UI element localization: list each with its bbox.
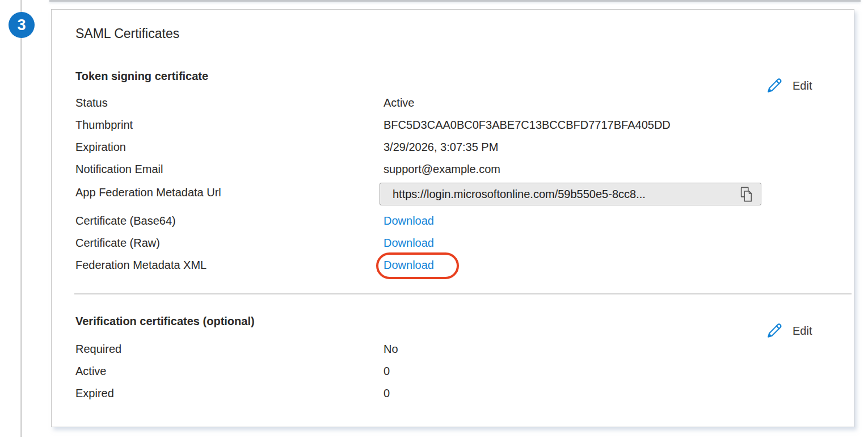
thumbprint-label: Thumbprint xyxy=(75,118,384,132)
step-number: 3 xyxy=(17,16,26,34)
active-row: Active 0 xyxy=(75,364,837,386)
status-label: Status xyxy=(75,96,384,110)
required-row: Required No xyxy=(75,342,837,364)
step-timeline-line xyxy=(20,0,22,437)
app-federation-metadata-url-label: App Federation Metadata Url xyxy=(75,186,221,200)
page: 3 SAML Certificates Token signing certif… xyxy=(0,0,868,438)
thumbprint-value: BFC5D3CAA0BC0F3ABE7C13BCCBFD7717BFA405DD xyxy=(384,118,671,132)
status-row: Status Active xyxy=(75,96,837,118)
pencil-icon xyxy=(765,77,783,95)
expired-label: Expired xyxy=(75,386,384,401)
edit-button-label: Edit xyxy=(793,325,812,338)
saml-certificates-card: SAML Certificates Token signing certific… xyxy=(51,9,854,427)
thumbprint-row: Thumbprint BFC5D3CAA0BC0F3ABE7C13BCCBFD7… xyxy=(75,118,837,140)
edit-token-signing-button[interactable]: Edit xyxy=(765,77,812,95)
card-title: SAML Certificates xyxy=(75,26,179,41)
notification-email-row: Notification Email support@example.com xyxy=(75,162,837,184)
previous-card-bottom-edge xyxy=(49,0,861,2)
edit-button-label: Edit xyxy=(793,79,812,92)
notification-email-label: Notification Email xyxy=(75,162,384,176)
copy-url-button[interactable] xyxy=(739,186,754,203)
section-divider xyxy=(74,293,852,294)
verification-certificates-heading: Verification certificates (optional) xyxy=(75,315,255,328)
required-label: Required xyxy=(75,342,384,356)
copy-icon xyxy=(739,186,754,203)
federation-metadata-xml-label: Federation Metadata XML xyxy=(75,258,384,272)
expiration-value: 3/29/2026, 3:07:35 PM xyxy=(384,140,498,154)
certificate-raw-label: Certificate (Raw) xyxy=(75,236,384,250)
download-certificate-raw-link[interactable]: Download xyxy=(384,236,434,250)
download-certificate-base64-link[interactable]: Download xyxy=(384,214,434,228)
certificate-base64-label: Certificate (Base64) xyxy=(75,214,384,228)
verification-properties: Required No Active 0 Expired 0 xyxy=(75,342,837,408)
download-federation-metadata-xml-link[interactable]: Download xyxy=(384,258,434,272)
federation-metadata-xml-row: Federation Metadata XML Download xyxy=(75,258,837,280)
active-label: Active xyxy=(75,364,384,378)
certificate-base64-row: Certificate (Base64) Download xyxy=(75,214,837,236)
required-value: No xyxy=(384,342,398,356)
edit-verification-certificates-button[interactable]: Edit xyxy=(765,322,812,340)
certificate-raw-row: Certificate (Raw) Download xyxy=(75,236,837,258)
app-federation-metadata-url-field[interactable]: https://login.microsoftonline.com/59b550… xyxy=(380,183,761,205)
expired-row: Expired 0 xyxy=(75,386,837,408)
pencil-icon xyxy=(765,322,783,340)
step-3-badge: 3 xyxy=(9,12,35,38)
certificate-downloads: Certificate (Base64) Download Certificat… xyxy=(75,214,837,280)
expired-value: 0 xyxy=(384,386,390,401)
expiration-row: Expiration 3/29/2026, 3:07:35 PM xyxy=(75,140,837,162)
app-federation-metadata-url-value: https://login.microsoftonline.com/59b550… xyxy=(393,188,733,201)
status-value: Active xyxy=(384,96,414,110)
token-signing-certificate-heading: Token signing certificate xyxy=(75,70,208,83)
token-signing-properties: Status Active Thumbprint BFC5D3CAA0BC0F3… xyxy=(75,96,837,184)
active-value: 0 xyxy=(384,364,390,378)
notification-email-value: support@example.com xyxy=(384,162,500,176)
expiration-label: Expiration xyxy=(75,140,384,154)
